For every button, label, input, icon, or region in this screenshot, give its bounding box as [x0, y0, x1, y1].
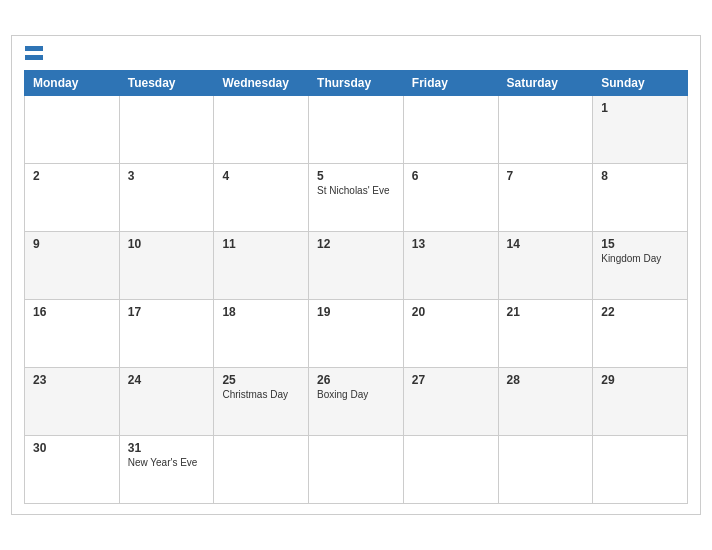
day-number: 2	[33, 169, 111, 183]
calendar-cell-r3-c5: 21	[498, 300, 593, 368]
calendar-cell-r2-c1: 10	[119, 232, 214, 300]
calendar-cell-r1-c3: 5St Nicholas' Eve	[309, 164, 404, 232]
day-number: 11	[222, 237, 300, 251]
day-number: 21	[507, 305, 585, 319]
day-number: 10	[128, 237, 206, 251]
calendar-cell-r1-c6: 8	[593, 164, 688, 232]
event-name: Kingdom Day	[601, 253, 679, 264]
calendar-cell-r2-c0: 9	[25, 232, 120, 300]
calendar-cell-r5-c2	[214, 436, 309, 504]
calendar-cell-r2-c6: 15Kingdom Day	[593, 232, 688, 300]
calendar-cell-r0-c1	[119, 96, 214, 164]
calendar-cell-r1-c2: 4	[214, 164, 309, 232]
calendar-cell-r0-c2	[214, 96, 309, 164]
calendar-cell-r2-c5: 14	[498, 232, 593, 300]
calendar-cell-r4-c1: 24	[119, 368, 214, 436]
day-number: 1	[601, 101, 679, 115]
calendar-cell-r1-c0: 2	[25, 164, 120, 232]
day-number: 24	[128, 373, 206, 387]
calendar-grid: MondayTuesdayWednesdayThursdayFridaySatu…	[24, 70, 688, 504]
calendar-cell-r5-c5	[498, 436, 593, 504]
weekday-header-thursday: Thursday	[309, 71, 404, 96]
calendar-cell-r3-c0: 16	[25, 300, 120, 368]
calendar-row-3: 16171819202122	[25, 300, 688, 368]
calendar-row-2: 9101112131415Kingdom Day	[25, 232, 688, 300]
calendar-row-5: 3031New Year's Eve	[25, 436, 688, 504]
calendar-cell-r5-c0: 30	[25, 436, 120, 504]
day-number: 27	[412, 373, 490, 387]
weekday-header-saturday: Saturday	[498, 71, 593, 96]
calendar-cell-r0-c3	[309, 96, 404, 164]
day-number: 4	[222, 169, 300, 183]
calendar-cell-r0-c4	[403, 96, 498, 164]
day-number: 5	[317, 169, 395, 183]
calendar-cell-r1-c4: 6	[403, 164, 498, 232]
calendar-cell-r4-c2: 25Christmas Day	[214, 368, 309, 436]
day-number: 12	[317, 237, 395, 251]
logo-flag-icon	[25, 46, 43, 60]
calendar-cell-r4-c5: 28	[498, 368, 593, 436]
calendar-container: MondayTuesdayWednesdayThursdayFridaySatu…	[11, 35, 701, 515]
calendar-row-4: 232425Christmas Day26Boxing Day272829	[25, 368, 688, 436]
event-name: New Year's Eve	[128, 457, 206, 468]
calendar-cell-r4-c4: 27	[403, 368, 498, 436]
event-name: Christmas Day	[222, 389, 300, 400]
calendar-cell-r3-c6: 22	[593, 300, 688, 368]
calendar-cell-r5-c3	[309, 436, 404, 504]
calendar-cell-r3-c3: 19	[309, 300, 404, 368]
day-number: 7	[507, 169, 585, 183]
svg-rect-1	[25, 51, 43, 55]
day-number: 28	[507, 373, 585, 387]
day-number: 14	[507, 237, 585, 251]
calendar-row-1: 2345St Nicholas' Eve678	[25, 164, 688, 232]
calendar-cell-r3-c2: 18	[214, 300, 309, 368]
day-number: 23	[33, 373, 111, 387]
calendar-cell-r4-c0: 23	[25, 368, 120, 436]
calendar-cell-r5-c6	[593, 436, 688, 504]
weekday-header-friday: Friday	[403, 71, 498, 96]
svg-rect-0	[25, 46, 43, 51]
event-name: St Nicholas' Eve	[317, 185, 395, 196]
svg-rect-2	[25, 55, 43, 60]
calendar-cell-r1-c5: 7	[498, 164, 593, 232]
day-number: 31	[128, 441, 206, 455]
day-number: 25	[222, 373, 300, 387]
day-number: 29	[601, 373, 679, 387]
calendar-cell-r2-c4: 13	[403, 232, 498, 300]
weekday-header-wednesday: Wednesday	[214, 71, 309, 96]
calendar-cell-r0-c6: 1	[593, 96, 688, 164]
event-name: Boxing Day	[317, 389, 395, 400]
day-number: 26	[317, 373, 395, 387]
day-number: 3	[128, 169, 206, 183]
weekday-header-row: MondayTuesdayWednesdayThursdayFridaySatu…	[25, 71, 688, 96]
day-number: 9	[33, 237, 111, 251]
weekday-header-sunday: Sunday	[593, 71, 688, 96]
calendar-cell-r3-c4: 20	[403, 300, 498, 368]
calendar-cell-r0-c0	[25, 96, 120, 164]
day-number: 20	[412, 305, 490, 319]
day-number: 19	[317, 305, 395, 319]
day-number: 8	[601, 169, 679, 183]
calendar-cell-r3-c1: 17	[119, 300, 214, 368]
day-number: 18	[222, 305, 300, 319]
day-number: 6	[412, 169, 490, 183]
calendar-cell-r4-c3: 26Boxing Day	[309, 368, 404, 436]
calendar-row-0: 1	[25, 96, 688, 164]
calendar-cell-r2-c2: 11	[214, 232, 309, 300]
weekday-header-tuesday: Tuesday	[119, 71, 214, 96]
day-number: 30	[33, 441, 111, 455]
calendar-cell-r5-c1: 31New Year's Eve	[119, 436, 214, 504]
calendar-header	[24, 46, 688, 60]
day-number: 15	[601, 237, 679, 251]
calendar-cell-r2-c3: 12	[309, 232, 404, 300]
day-number: 16	[33, 305, 111, 319]
day-number: 22	[601, 305, 679, 319]
calendar-cell-r4-c6: 29	[593, 368, 688, 436]
logo	[24, 46, 44, 60]
calendar-cell-r1-c1: 3	[119, 164, 214, 232]
weekday-header-monday: Monday	[25, 71, 120, 96]
calendar-cell-r5-c4	[403, 436, 498, 504]
calendar-cell-r0-c5	[498, 96, 593, 164]
day-number: 17	[128, 305, 206, 319]
day-number: 13	[412, 237, 490, 251]
